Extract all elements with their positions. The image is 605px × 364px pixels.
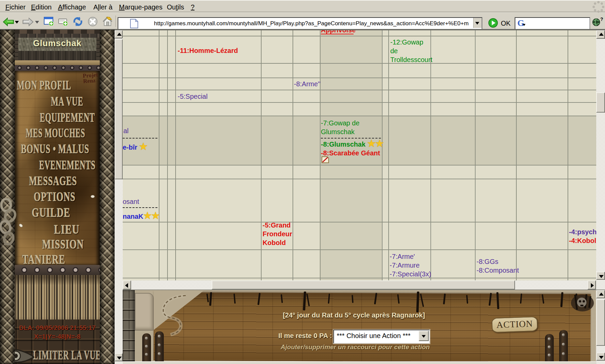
svg-text:?: ? — [600, 17, 603, 22]
